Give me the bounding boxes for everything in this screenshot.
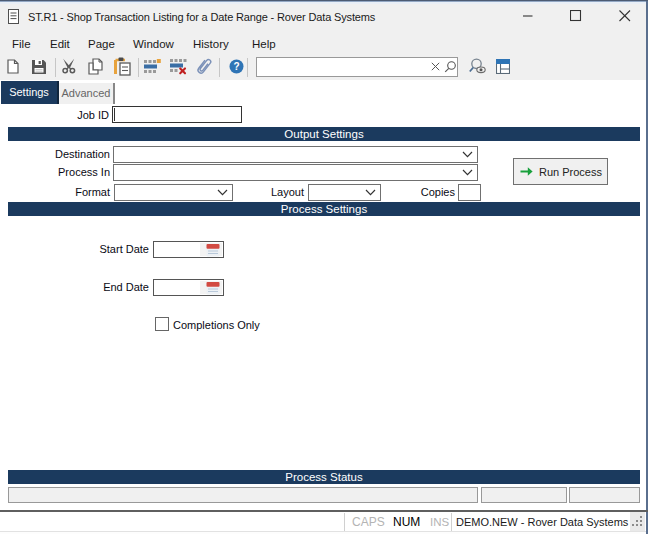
svg-text:?: ? (233, 61, 239, 72)
